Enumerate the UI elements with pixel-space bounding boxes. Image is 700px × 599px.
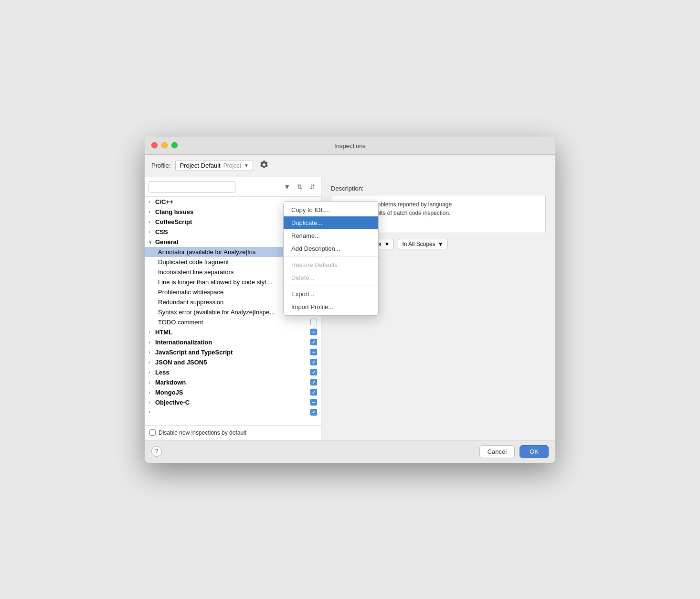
expand-all-button[interactable]: ⇅ [295,182,305,192]
tree-label: Syntax error (available for Analyze|Insp… [158,309,304,316]
arrow-icon: › [148,330,155,335]
arrow-icon: ∨ [148,239,155,245]
search-input[interactable] [148,181,235,193]
menu-item-copy-to-ide[interactable]: Copy to IDE... [284,203,378,216]
profile-name: Project Default [180,162,220,169]
tree-label: JSON and JSON5 [155,359,308,366]
checkbox-empty-icon [310,319,317,325]
arrow-icon: › [148,340,155,345]
maximize-button[interactable] [171,142,178,149]
menu-item-duplicate[interactable]: Duplicate... [284,216,378,229]
help-button[interactable]: ? [151,446,162,457]
checkbox-html[interactable]: − [310,329,317,335]
scope-dropdown-arrow: ▼ [438,241,444,247]
tree-label: Redundant suppression [158,299,302,306]
checkbox-checked-icon: ✓ [310,409,317,416]
tree-item-todo[interactable]: TODO comment [145,317,321,327]
tree-item-less[interactable]: › Less ✓ [145,367,321,377]
checkbox-checked-icon: ✓ [310,389,317,396]
tree-item-json[interactable]: › JSON and JSON5 ✓ [145,357,321,367]
profile-tag: Project [223,162,241,169]
checkbox-objc[interactable]: − [310,399,317,406]
arrow-icon: › [148,380,155,385]
tree-label: Markdown [155,379,308,386]
arrow-icon: › [148,370,155,375]
disable-inspections-label: Disable new inspections by default [159,429,246,436]
menu-divider-2 [284,286,378,286]
checkbox-mixed-icon: − [310,329,317,335]
toolbar: Profile: Project Default Project ▼ [145,155,555,177]
disable-inspections-row: Disable new inspections by default [145,425,321,440]
checkbox-checked-icon: ✓ [310,339,317,345]
ok-button[interactable]: OK [520,445,549,458]
help-label: ? [155,448,159,455]
titlebar: Inspections [145,137,555,155]
menu-item-restore-defaults: Restore Defaults [284,258,378,271]
menu-item-delete: Delete... [284,271,378,284]
inspections-window: Inspections Profile: Project Default Pro… [145,137,555,463]
arrow-icon: › [148,360,155,365]
footer-actions: Cancel OK [479,445,549,458]
tree-item-html[interactable]: › HTML − [145,327,321,337]
severity-dropdown-arrow: ▼ [384,241,390,247]
content-area: 🔍 ▼ ⇅ ⇵ › C/C++ › Clang Issues [145,177,555,440]
checkbox-checked-icon: ✓ [310,369,317,375]
arrow-icon: › [148,400,155,405]
collapse-all-button[interactable]: ⇵ [308,182,317,192]
checkbox-mixed-icon: − [310,349,317,355]
menu-item-export[interactable]: Export... [284,288,378,300]
context-menu: Copy to IDE... Duplicate... Rename... Ad… [283,201,379,316]
tree-item-js-ts[interactable]: › JavaScript and TypeScript − [145,347,321,357]
menu-item-add-description[interactable]: Add Description... [284,242,378,255]
tree-item-i18n[interactable]: › Internationalization ✓ [145,337,321,347]
tree-label: MongoJS [155,389,308,396]
search-wrapper: 🔍 [148,181,279,193]
checkbox-checked-icon: ✓ [310,379,317,385]
tree-item-proofreading[interactable]: › ✓ [145,407,321,417]
description-title: Description: [331,185,546,192]
scope-value: In All Scopes [402,241,435,247]
tree-item-markdown[interactable]: › Markdown ✓ [145,377,321,387]
checkbox-markdown[interactable]: ✓ [310,379,317,385]
tree-label: HTML [155,329,308,336]
profile-label: Profile: [151,162,170,169]
checkbox-checked-icon: ✓ [310,359,317,365]
checkbox-todo[interactable] [310,319,317,325]
tree-label: JavaScript and TypeScript [155,349,308,356]
cancel-button[interactable]: Cancel [479,445,515,458]
gear-button[interactable] [258,160,270,172]
checkbox-less[interactable]: ✓ [310,369,317,375]
profile-dropdown[interactable]: Project Default Project ▼ [175,160,253,171]
checkbox-mongodb[interactable]: ✓ [310,389,317,396]
menu-divider-1 [284,257,378,257]
arrow-icon: › [148,219,155,225]
arrow-icon: › [148,229,155,235]
window-title: Inspections [334,142,366,150]
tree-label: Objective-C [155,399,308,406]
window-controls [151,142,178,149]
search-bar: 🔍 ▼ ⇅ ⇵ [145,177,321,197]
checkbox-proofreading[interactable]: ✓ [310,409,317,416]
arrow-icon: › [148,390,155,395]
checkbox-json[interactable]: ✓ [310,359,317,365]
close-button[interactable] [151,142,158,149]
tree-label: TODO comment [158,319,308,326]
checkbox-i18n[interactable]: ✓ [310,339,317,345]
menu-item-import-profile[interactable]: Import Profile... [284,300,378,313]
tree-item-objc[interactable]: › Objective-C − [145,397,321,407]
arrow-icon: › [148,199,155,204]
filter-button[interactable]: ▼ [282,182,292,192]
arrow-icon: › [148,350,155,355]
tree-label: Less [155,369,308,376]
tree-item-mongodb[interactable]: › MongoJS ✓ [145,387,321,397]
disable-inspections-checkbox[interactable] [149,429,156,436]
profile-dropdown-arrow: ▼ [244,163,249,168]
arrow-icon: › [148,409,155,415]
tree-label: Internationalization [155,339,308,346]
gear-icon [260,160,268,169]
arrow-icon: › [148,209,155,214]
checkbox-js-ts[interactable]: − [310,349,317,355]
menu-item-rename[interactable]: Rename... [284,229,378,242]
scope-dropdown[interactable]: In All Scopes ▼ [398,239,447,249]
minimize-button[interactable] [161,142,168,149]
